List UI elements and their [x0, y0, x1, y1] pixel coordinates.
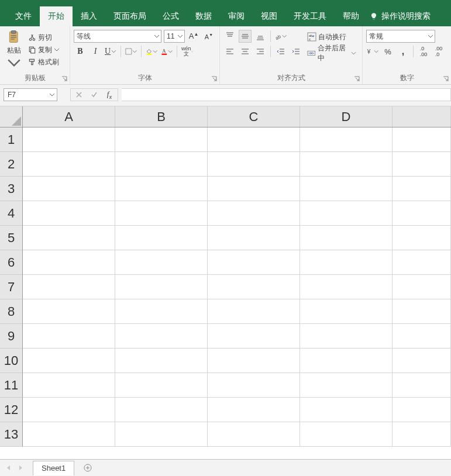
decrease-font-button[interactable]: A▼: [202, 30, 215, 43]
cell[interactable]: [300, 398, 393, 422]
orientation-button[interactable]: ab: [274, 30, 287, 43]
row-header[interactable]: 8: [0, 299, 23, 324]
tab-data[interactable]: 数据: [187, 6, 220, 26]
cell[interactable]: [393, 398, 451, 422]
font-name-select[interactable]: 等线: [74, 30, 161, 43]
tab-insert[interactable]: 插入: [73, 6, 105, 26]
sheet-nav-next[interactable]: [15, 463, 26, 473]
tab-page-layout[interactable]: 页面布局: [105, 6, 154, 26]
cell[interactable]: [23, 201, 115, 226]
cell[interactable]: [208, 201, 300, 226]
sheet-nav-prev[interactable]: [4, 463, 14, 473]
cell[interactable]: [300, 349, 393, 373]
align-bottom-button[interactable]: [254, 30, 267, 43]
align-right-button[interactable]: [254, 45, 267, 58]
formula-input[interactable]: [122, 88, 451, 101]
cell[interactable]: [208, 349, 300, 373]
cell[interactable]: [393, 201, 451, 226]
row-header[interactable]: 6: [0, 250, 23, 275]
cell[interactable]: [115, 398, 208, 422]
row-header[interactable]: 4: [0, 201, 23, 226]
cell[interactable]: [23, 177, 115, 201]
enter-formula-button[interactable]: [89, 90, 99, 99]
column-header-c[interactable]: C: [208, 106, 300, 127]
align-center-button[interactable]: [239, 45, 252, 58]
cell[interactable]: [300, 177, 393, 201]
cell[interactable]: [393, 250, 451, 275]
column-header-a[interactable]: A: [23, 106, 115, 127]
cancel-formula-button[interactable]: [74, 90, 84, 99]
cell[interactable]: [115, 373, 208, 398]
cell[interactable]: [115, 349, 208, 373]
tab-file[interactable]: 文件: [7, 6, 40, 26]
align-top-button[interactable]: [223, 30, 236, 43]
increase-font-button[interactable]: A▲: [187, 30, 200, 43]
cell[interactable]: [115, 422, 208, 447]
cell[interactable]: [115, 299, 208, 324]
font-size-select[interactable]: 11: [164, 30, 185, 43]
cell[interactable]: [300, 152, 393, 177]
decrease-decimal-button[interactable]: .00.0: [432, 45, 445, 58]
cell[interactable]: [115, 275, 208, 299]
cell[interactable]: [300, 275, 393, 299]
align-left-button[interactable]: [223, 45, 236, 58]
phonetic-button[interactable]: wén文: [181, 45, 194, 58]
column-header-e[interactable]: [393, 106, 451, 127]
tab-review[interactable]: 审阅: [220, 6, 253, 26]
row-header[interactable]: 13: [0, 422, 23, 447]
cell[interactable]: [393, 177, 451, 201]
align-middle-button[interactable]: [239, 30, 252, 43]
copy-button[interactable]: 复制: [27, 44, 61, 56]
cell[interactable]: [393, 422, 451, 447]
tab-formulas[interactable]: 公式: [154, 6, 187, 26]
row-header[interactable]: 7: [0, 275, 23, 299]
decrease-indent-button[interactable]: [274, 45, 287, 58]
cell[interactable]: [393, 127, 451, 152]
cell[interactable]: [23, 349, 115, 373]
cell[interactable]: [208, 152, 300, 177]
cell[interactable]: [300, 226, 393, 250]
cell[interactable]: [208, 177, 300, 201]
sheet-tab-active[interactable]: Sheet1: [33, 461, 74, 475]
cell[interactable]: [115, 152, 208, 177]
italic-button[interactable]: I: [89, 45, 102, 58]
tell-me-search[interactable]: 操作说明搜索: [370, 11, 431, 22]
cell[interactable]: [115, 324, 208, 349]
cell[interactable]: [23, 152, 115, 177]
cell[interactable]: [300, 201, 393, 226]
font-color-button[interactable]: A: [160, 45, 173, 58]
column-header-b[interactable]: B: [115, 106, 208, 127]
dialog-launcher-icon[interactable]: [442, 75, 449, 82]
cell[interactable]: [208, 373, 300, 398]
cell[interactable]: [23, 299, 115, 324]
row-header[interactable]: 9: [0, 324, 23, 349]
cell[interactable]: [393, 299, 451, 324]
column-header-d[interactable]: D: [300, 106, 393, 127]
cell[interactable]: [23, 422, 115, 447]
format-painter-button[interactable]: 格式刷: [27, 57, 61, 68]
cell[interactable]: [208, 299, 300, 324]
row-header[interactable]: 3: [0, 177, 23, 201]
dialog-launcher-icon[interactable]: [61, 75, 68, 82]
row-header[interactable]: 5: [0, 226, 23, 250]
cell[interactable]: [115, 177, 208, 201]
cell[interactable]: [300, 299, 393, 324]
paste-button[interactable]: 粘贴: [4, 29, 25, 71]
cell[interactable]: [23, 373, 115, 398]
cell[interactable]: [115, 201, 208, 226]
underline-button[interactable]: U: [104, 45, 117, 58]
cell[interactable]: [23, 226, 115, 250]
cell[interactable]: [23, 127, 115, 152]
row-header[interactable]: 1: [0, 127, 23, 152]
cell[interactable]: [393, 349, 451, 373]
number-format-select[interactable]: 常规: [366, 30, 435, 43]
cell[interactable]: [208, 422, 300, 447]
cell[interactable]: [115, 250, 208, 275]
cell[interactable]: [208, 127, 300, 152]
wrap-text-button[interactable]: abc 自动换行: [305, 30, 359, 44]
accounting-format-button[interactable]: ¥: [366, 45, 379, 58]
cell[interactable]: [300, 373, 393, 398]
cell[interactable]: [300, 250, 393, 275]
cut-button[interactable]: 剪切: [27, 32, 61, 43]
row-header[interactable]: 12: [0, 398, 23, 422]
